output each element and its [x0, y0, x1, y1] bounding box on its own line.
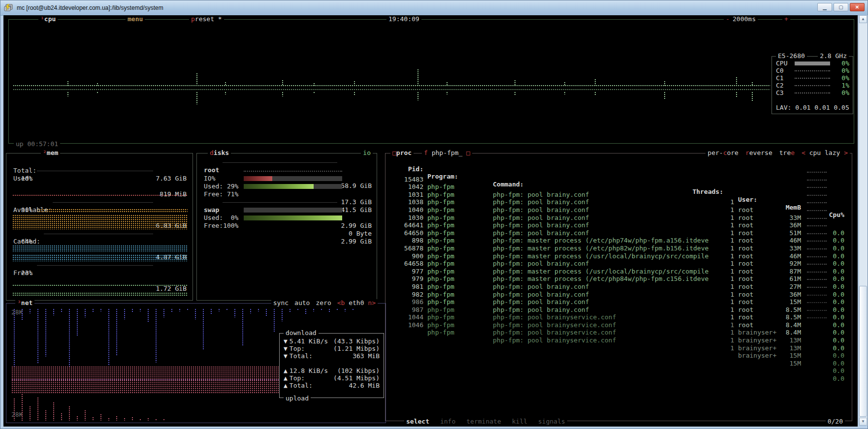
mem-cached-graph [12, 245, 188, 252]
disk-swap-row: swap 2.99 GiB [197, 198, 377, 206]
minimize-button[interactable]: ▁ [817, 3, 832, 11]
interval-increase-button[interactable]: + [782, 15, 790, 23]
process-row[interactable]: 1038 php-fpm php-fpm: pool brainy.conf 1… [386, 191, 852, 199]
net-sync-toggle[interactable]: sync [273, 299, 289, 306]
preset-button[interactable]: preset * [189, 15, 224, 23]
process-mem-sparkline [807, 295, 827, 296]
process-row[interactable]: 898 php-fpm php-fpm: master process (/us… [386, 229, 852, 237]
disk-free-bar [244, 215, 342, 220]
scrollbar-thumb[interactable] [859, 286, 867, 417]
maximize-button[interactable]: ▢ [834, 3, 848, 11]
menu-button[interactable]: menu [126, 15, 145, 23]
kill-button[interactable]: kill [512, 418, 527, 425]
process-mem-sparkline [807, 272, 827, 273]
disks-io-button[interactable]: io [361, 149, 373, 156]
mem-free-row: Free: 1.72 GiB [6, 261, 193, 269]
sort-pager[interactable]: < cpu lazy > [802, 149, 848, 156]
process-row[interactable]: 1042 php-fpm php-fpm: pool brainy.conf 1… [386, 176, 852, 184]
process-mem-sparkline [807, 233, 827, 234]
process-row[interactable]: 981 php-fpm php-fpm: pool brainy.conf 1 … [386, 275, 852, 283]
mem-available-graph [37, 209, 188, 213]
window-title: mc [root@ub24.itdeveloper.com.ua]:/lib/s… [17, 4, 163, 11]
process-row[interactable]: 986 php-fpm php-fpm: pool brainyservice.… [386, 291, 852, 299]
process-row[interactable]: 64641 php-fpm php-fpm: master process (/… [386, 214, 852, 222]
mem-available-graph [12, 214, 188, 229]
process-row[interactable]: 64658 php-fpm php-fpm: master process (/… [386, 252, 852, 260]
cpu-core-row: C0 0% [772, 67, 853, 75]
upload-title: upload [284, 395, 311, 402]
cpu-frequency: 2.8 GHz [818, 52, 849, 60]
download-title: download [284, 329, 319, 337]
mem-available-row: Available: 6.83 GiB [6, 198, 193, 206]
download-speed-row: ▼5.41 KiB/s(43.3 Kibps) [284, 337, 380, 345]
info-button[interactable]: info [440, 418, 455, 425]
net-speed-panel: download ▼5.41 KiB/s(43.3 Kibps) ▼Top:(1… [279, 333, 384, 398]
signals-button[interactable]: signals [538, 418, 565, 425]
disk-used-bar [244, 208, 342, 213]
process-mem-sparkline [807, 256, 827, 257]
process-row[interactable]: 987 php-fpm php-fpm: pool brainyservice.… [386, 298, 852, 306]
mem-free-graph [12, 284, 188, 287]
process-row[interactable]: 56878 php-fpm php-fpm: pool brainy.conf … [386, 237, 852, 245]
process-row[interactable]: 979 php-fpm php-fpm: pool brainy.conf 1 … [386, 268, 852, 276]
process-mem-sparkline [807, 279, 827, 280]
terminate-button[interactable]: terminate [466, 418, 501, 425]
cpu-core-row: C2 1% [772, 82, 853, 90]
close-button[interactable]: ✕ [850, 3, 865, 11]
process-mem-sparkline [807, 287, 827, 288]
cpu-usage-graph [13, 69, 770, 114]
process-row[interactable]: 1046 php-fpm php-fpm: pool brainyservice… [386, 313, 852, 321]
window-titlebar[interactable]: mc [root@ub24.itdeveloper.com.ua]:/lib/s… [0, 0, 868, 16]
process-row[interactable]: 1044 php-fpm php-fpm: pool brainyservice… [386, 306, 852, 314]
disk-free-bar [244, 184, 342, 189]
mem-used-percent: 10% [6, 175, 193, 183]
process-row[interactable]: 64650 php-fpm php-fpm: master process (/… [386, 221, 852, 229]
process-row[interactable]: 1031 php-fpm php-fpm: pool brainy.conf 1… [386, 183, 852, 191]
process-row[interactable]: 900 php-fpm php-fpm: master process (/us… [386, 245, 852, 252]
scroll-up-icon[interactable]: ▲ [859, 15, 867, 23]
scrollbar[interactable]: ▲ ▼ [859, 15, 868, 426]
tree-toggle[interactable]: tree [779, 149, 795, 156]
load-average-row: LAV: 0.01 0.01 0.05 [772, 104, 853, 112]
per-core-toggle[interactable]: per-core [707, 149, 739, 156]
upload-speed-row: ▲12.8 KiB/s(102 Kibps) [284, 367, 380, 374]
process-row[interactable]: 15483 php-fpm php-fpm: pool brainy.conf … [386, 168, 852, 176]
disk-root-free-row: Free: 71% 41.5 GiB [197, 183, 377, 190]
network-box-title[interactable]: ³net [15, 299, 34, 306]
process-filter[interactable]: f php-fpm_ □ [422, 149, 472, 156]
mem-total-row: Total: 7.63 GiB [6, 159, 193, 167]
interval-value: 2000ms [731, 15, 758, 23]
upload-arrow-icon: ▲ [284, 382, 288, 389]
scroll-down-icon[interactable]: ▼ [859, 418, 867, 426]
process-row[interactable]: 977 php-fpm php-fpm: pool brainy.conf 1 … [386, 260, 852, 268]
upload-graph-band [11, 366, 281, 394]
download-arrow-icon: ▼ [284, 352, 288, 360]
process-mem-sparkline [807, 248, 827, 249]
process-box-title: □proc [390, 149, 414, 156]
mem-cached-percent: 64% [6, 238, 193, 245]
net-interface-switcher[interactable]: <b eth0 n> [337, 299, 376, 306]
cpu-box-title[interactable]: ¹cpu [38, 15, 58, 23]
net-zero-toggle[interactable]: zero [316, 299, 331, 306]
clock: 19:40:09 [386, 15, 421, 23]
net-auto-toggle[interactable]: auto [294, 299, 310, 306]
mem-free-percent: 23% [6, 269, 193, 277]
select-button[interactable]: select [406, 418, 429, 425]
reverse-toggle[interactable]: reverse [745, 149, 772, 156]
disk-root-used-row: Used: 29% 17.3 GiB [197, 175, 377, 183]
mem-cached-graph [12, 254, 188, 261]
process-row[interactable]: 982 php-fpm php-fpm: pool brainy.conf 1 … [386, 283, 852, 291]
cpu-core-row: C1 0% [772, 74, 853, 82]
cpu-box: ¹cpu menu preset * 19:40:09 - 2000ms + E… [8, 19, 854, 144]
terminal: ¹cpu menu preset * 19:40:09 - 2000ms + E… [3, 15, 858, 427]
mem-used-graph [12, 194, 188, 197]
process-mem-sparkline [807, 302, 827, 303]
process-mem-sparkline [807, 317, 827, 318]
memory-box-title[interactable]: ²mem [41, 149, 60, 156]
process-row[interactable]: 1030 php-fpm php-fpm: pool brainy.conf 1… [386, 206, 852, 214]
disks-box-title[interactable]: disks [208, 149, 231, 156]
upload-arrow-icon: ▲ [284, 367, 288, 374]
process-row[interactable]: 1040 php-fpm php-fpm: pool brainy.conf 1… [386, 198, 852, 206]
download-arrow-icon: ▼ [284, 337, 288, 345]
disk-root-io-row: IO% [197, 167, 377, 175]
